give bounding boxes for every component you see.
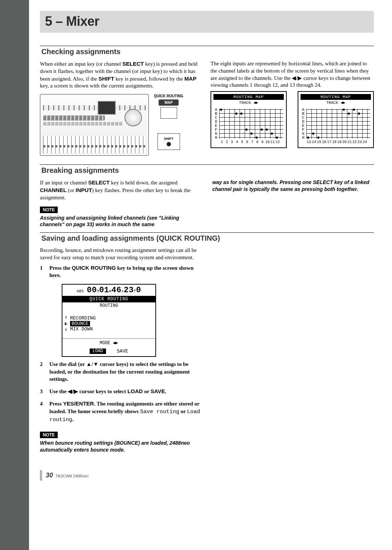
- device-illustration: [40, 94, 149, 156]
- lcd-option-list: RECORDING BOUNCE MIX DOWN: [70, 315, 95, 332]
- arrow-icons: ⬆◐⬇: [65, 315, 67, 333]
- callout-shift: SHIFT: [154, 133, 183, 150]
- text: (or: [66, 187, 75, 193]
- note-label: NOTE: [40, 207, 58, 213]
- lcd-sub: TRACK ◀▶: [213, 100, 284, 105]
- step-number: 2: [40, 360, 49, 383]
- x-axis-2: 131415161718192021222324: [306, 140, 370, 144]
- step-body: Use the dial (or ▲/▼ cursor keys) to sel…: [49, 360, 201, 383]
- node: [220, 109, 222, 111]
- tick: 6: [245, 140, 250, 144]
- down-arrow-icon: ⬇: [65, 327, 67, 333]
- checking-right-paragraph: The eight inputs are represented by hori…: [211, 60, 374, 89]
- msg-save: Save routing: [140, 409, 179, 415]
- lcd-foot: LOAD SAVE: [62, 347, 155, 356]
- key-map: MAP: [184, 76, 196, 82]
- option-recording: RECORDING: [70, 315, 95, 321]
- key-save: SAVE: [151, 388, 165, 394]
- tick: 12: [275, 140, 280, 144]
- note-label: NOTE: [40, 432, 58, 438]
- text: Press the: [49, 265, 72, 271]
- node: [276, 137, 278, 139]
- node: [307, 137, 309, 139]
- lcd-bar: QUICK ROUTING: [62, 296, 155, 302]
- node: [240, 113, 242, 115]
- page-footer: 30 TASCAM 2488neo: [40, 470, 374, 481]
- key-channel: CHANNEL: [40, 187, 66, 193]
- shift-key-icon: SHIFT: [158, 133, 180, 150]
- key-input: INPUT: [75, 187, 92, 193]
- lcd-sub: TRACK ◀▶: [301, 100, 371, 105]
- text: key is pressed, followed by the: [114, 76, 184, 82]
- step-body: Press YES/ENTER. The routing assignments…: [49, 400, 201, 424]
- saving-steps-cont: 2 Use the dial (or ▲/▼ cursor keys) to s…: [40, 360, 201, 424]
- section-saving-heading: Saving and loading assignments (QUICK RO…: [40, 232, 374, 245]
- tick: 5: [240, 140, 245, 144]
- text: or: [179, 408, 187, 414]
- saving-note: When bounce routing settings (BOUNCE) ar…: [40, 440, 201, 453]
- checking-left-paragraph: When either an input key (or channel SEL…: [40, 60, 200, 90]
- tick: 15: [317, 140, 322, 144]
- product-name: TASCAM 2488neo: [56, 474, 89, 478]
- key-shift: SHIFT: [98, 76, 114, 82]
- text: key is held down, the assigned: [110, 180, 177, 186]
- tick: 14: [311, 140, 317, 144]
- chapter-header: 5 – Mixer: [40, 11, 374, 33]
- callout-label: QUICK ROUTING: [154, 94, 183, 98]
- row-label: H: [302, 135, 306, 140]
- section-breaking-heading: Breaking assignments: [40, 164, 374, 178]
- callout-quick-routing: QUICK ROUTING MAP: [154, 94, 183, 119]
- tick: 24: [362, 140, 367, 144]
- step-3: 3 Use the ◀/▶ cursor keys to select LOAD…: [40, 388, 201, 395]
- tick: 4: [234, 140, 240, 144]
- quick-routing-lcd: ABS 00h01m46s23f0 QUICK ROUTING ROUTING …: [62, 284, 156, 357]
- tick: 13: [306, 140, 311, 144]
- text: .: [165, 388, 167, 394]
- saving-steps: 1 Press the QUICK ROUTING key to bring u…: [40, 264, 201, 279]
- text: or: [143, 388, 150, 394]
- node: [271, 133, 273, 135]
- node: [353, 109, 355, 111]
- device-figure: QUICK ROUTING MAP SHIFT: [40, 94, 200, 156]
- manual-page: 5 – Mixer Checking assignments When eith…: [29, 0, 392, 550]
- node: [358, 113, 360, 115]
- tick: 10: [265, 140, 270, 144]
- tick: 11: [270, 140, 275, 144]
- row-label: H: [215, 135, 219, 140]
- key-select: SELECT: [88, 179, 110, 186]
- tc-hours: 00: [87, 286, 97, 295]
- step-number: 1: [40, 264, 49, 279]
- text: Press: [49, 401, 63, 407]
- key-select: SELECT: [122, 61, 144, 67]
- device-callouts: QUICK ROUTING MAP SHIFT: [154, 94, 183, 150]
- step-body: Press the QUICK ROUTING key to bring up …: [49, 264, 201, 279]
- text: key, a screen is shown with the current …: [40, 83, 154, 89]
- node: [256, 137, 258, 139]
- key-load: LOAD: [127, 388, 143, 394]
- routing-grid-1: A B C D E F G H 123456789101112: [215, 107, 283, 144]
- checking-right-col: The eight inputs are represented by hori…: [211, 60, 374, 162]
- abs-label: ABS: [77, 289, 84, 293]
- x-axis-1: 123456789101112: [219, 140, 283, 144]
- tc-frame: 23: [124, 286, 134, 295]
- device-button-row: [43, 122, 123, 126]
- routing-grid-2: A B C D E F G H 131415161718192021222324: [302, 107, 370, 144]
- step-number: 3: [40, 388, 49, 395]
- node: [245, 129, 248, 131]
- text: If an input or channel: [40, 180, 88, 186]
- routing-map-lcd-2: ROUTING MAP TRACK ◀▶ A B C D E F G H 131…: [298, 91, 374, 148]
- checking-columns: When either an input key (or channel SEL…: [40, 60, 374, 162]
- device-faders: [43, 136, 146, 153]
- chapter-title: 5 – Mixer: [45, 14, 369, 29]
- device-button-row: [43, 115, 105, 121]
- lcd-title: ROUTING MAP: [213, 94, 284, 100]
- checking-left-col: When either an input key (or channel SEL…: [40, 60, 200, 162]
- tick: 2: [224, 140, 229, 144]
- tc-sub: 0: [136, 286, 141, 295]
- tc-sec: 46: [111, 286, 121, 295]
- up-arrow-icon: ⬆: [65, 315, 67, 320]
- tick: 21: [347, 140, 352, 144]
- tick: 19: [337, 140, 342, 144]
- breaking-right-col: way as for single channels. Pressing one…: [212, 179, 374, 230]
- saving-columns: Recording, bounce, and mixdown routing a…: [40, 247, 374, 456]
